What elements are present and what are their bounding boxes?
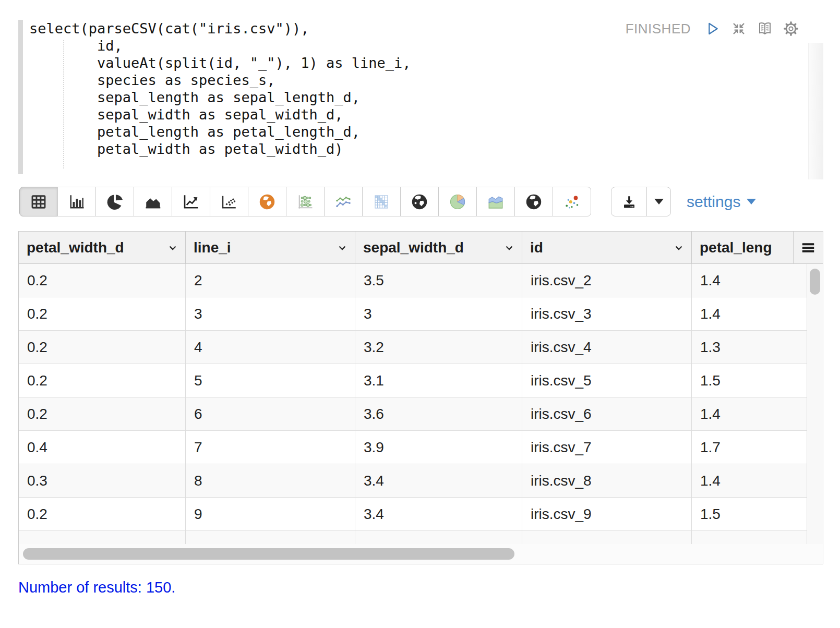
cell: 3 — [186, 297, 355, 330]
cell: 8 — [186, 464, 355, 497]
table-horizontal-scrollbar[interactable] — [19, 544, 823, 564]
cell: 3.2 — [355, 331, 522, 364]
cell: 3.4 — [355, 464, 522, 497]
column-header-line_i[interactable]: line_i — [186, 232, 355, 263]
download-icon — [621, 194, 638, 210]
cell: iris.csv_6 — [522, 397, 692, 430]
cell: 0.2 — [19, 397, 186, 430]
shrink-output-button[interactable] — [730, 20, 747, 37]
cell: iris.csv_5 — [522, 364, 692, 397]
gear-icon — [783, 20, 799, 37]
chart-type-heatmap-button[interactable] — [362, 187, 401, 216]
cell: 6 — [186, 397, 355, 430]
globe-dark-icon — [524, 192, 543, 211]
chevron-down-icon[interactable] — [673, 241, 685, 254]
chart-type-scatter-colored-button[interactable] — [553, 187, 591, 216]
chart-type-group — [19, 187, 591, 216]
chart-type-table-button[interactable] — [19, 187, 58, 216]
cell: 1.3 — [692, 331, 808, 364]
cell: 7 — [186, 431, 355, 464]
cell: 3.6 — [355, 397, 522, 430]
chart-type-pie-pastel-button[interactable] — [438, 187, 477, 216]
chart-type-line-button[interactable] — [172, 187, 210, 216]
results-count: Number of results: 150. — [18, 579, 175, 596]
chart-type-multi-line-button[interactable] — [324, 187, 363, 216]
chart-type-pie-button[interactable] — [95, 187, 134, 216]
cell: 0.2 — [19, 364, 186, 397]
chart-type-map-orange-button[interactable] — [248, 187, 286, 216]
editor-vertical-scrollbar[interactable] — [808, 43, 823, 179]
table-row: 0.4 7 3.9 iris.csv_7 1.7 — [19, 431, 808, 464]
column-header-petal_width_d[interactable]: petal_width_d — [19, 232, 186, 263]
chart-type-globe2-button[interactable] — [514, 187, 553, 216]
chart-type-bar-button[interactable] — [57, 187, 96, 216]
column-header-id[interactable]: id — [522, 232, 692, 263]
cell — [522, 531, 692, 544]
chart-type-area-button[interactable] — [134, 187, 172, 216]
column-header-petal_length_d[interactable]: petal_leng — [692, 232, 794, 263]
cell: iris.csv_9 — [522, 498, 692, 530]
editor-gutter — [18, 20, 23, 174]
cell: 0.2 — [19, 264, 186, 297]
chevron-down-icon[interactable] — [166, 241, 179, 254]
table-header-row: petal_width_d line_i sepal_width_d id pe… — [19, 232, 823, 264]
cell: iris.csv_7 — [522, 431, 692, 464]
chart-type-globe1-button[interactable] — [400, 187, 439, 216]
cell: 1.4 — [692, 297, 808, 330]
pie-pastel-icon — [448, 192, 467, 211]
vertical-scrollbar-thumb[interactable] — [810, 269, 820, 295]
cell: 2 — [186, 264, 355, 297]
download-button[interactable] — [611, 187, 647, 216]
grid-menu-button[interactable] — [794, 232, 823, 263]
cell — [186, 531, 355, 544]
cell — [355, 531, 522, 544]
download-options-button[interactable] — [647, 187, 670, 216]
cell: 3.9 — [355, 431, 522, 464]
area-chart-icon — [143, 192, 162, 211]
chevron-down-icon[interactable] — [503, 241, 515, 254]
cell — [19, 531, 186, 544]
globe-orange-icon — [258, 192, 277, 211]
cell: iris.csv_8 — [522, 464, 692, 497]
cell: 1.5 — [692, 498, 808, 530]
cell: 1.4 — [692, 464, 808, 497]
table-row-clipped — [19, 531, 808, 544]
table-vertical-scrollbar[interactable] — [807, 264, 823, 544]
cell: 5 — [186, 364, 355, 397]
table-icon — [29, 192, 48, 211]
hamburger-menu-icon — [800, 240, 816, 256]
globe-dark-icon — [410, 192, 429, 211]
shrink-icon — [730, 20, 747, 37]
chart-type-area-pastel-button[interactable] — [476, 187, 515, 216]
paragraph-settings-button[interactable] — [783, 20, 799, 37]
cell: 4 — [186, 331, 355, 364]
column-header-sepal_width_d[interactable]: sepal_width_d — [355, 232, 522, 263]
caret-down-icon — [654, 199, 664, 204]
code-editor[interactable]: select(parseCSV(cat("iris.csv")), id, va… — [29, 20, 411, 158]
cell: 3 — [355, 297, 522, 330]
cell: 3.1 — [355, 364, 522, 397]
settings-toggle[interactable]: settings — [687, 193, 756, 211]
horizontal-scrollbar-thumb[interactable] — [23, 548, 514, 560]
table-row: 0.2 6 3.6 iris.csv_6 1.4 — [19, 397, 808, 431]
cell: 0.2 — [19, 331, 186, 364]
chart-type-scatter-button[interactable] — [210, 187, 248, 216]
cell: iris.csv_3 — [522, 297, 692, 330]
cell: 1.4 — [692, 397, 808, 430]
heatmap-icon — [372, 192, 391, 211]
notebook-paragraph: select(parseCSV(cat("iris.csv")), id, va… — [0, 0, 840, 628]
cell — [692, 531, 808, 544]
pie-chart-icon — [105, 192, 124, 211]
cell: 1.7 — [692, 431, 808, 464]
chevron-down-icon[interactable] — [336, 241, 349, 254]
multi-line-chart-icon — [334, 192, 353, 211]
show-editor-button[interactable] — [757, 20, 773, 37]
chart-type-bubble-button[interactable] — [286, 187, 325, 216]
cell: iris.csv_2 — [522, 264, 692, 297]
cell: 9 — [186, 498, 355, 530]
run-button[interactable] — [704, 20, 721, 37]
result-table: petal_width_d line_i sepal_width_d id pe… — [18, 231, 823, 564]
bar-chart-icon — [67, 192, 86, 211]
line-chart-icon — [182, 192, 200, 211]
table-row: 0.2 9 3.4 iris.csv_9 1.5 — [19, 498, 808, 531]
